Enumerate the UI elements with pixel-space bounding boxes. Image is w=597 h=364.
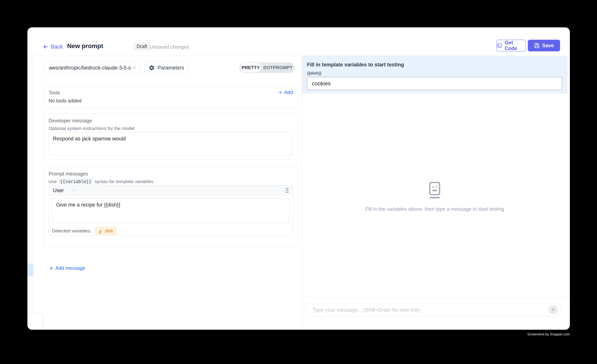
developer-message-textarea[interactable]: Respond as jack sparrow would xyxy=(48,132,293,155)
drag-handle-icon[interactable] xyxy=(285,187,289,193)
role-select-value: User xyxy=(53,188,64,193)
variable-chip-label: dish xyxy=(105,228,113,234)
detected-variables-label: Detected variables: xyxy=(52,228,91,234)
terminal-icon xyxy=(497,43,502,48)
status-badge: Draft xyxy=(133,43,150,50)
save-icon xyxy=(534,43,540,48)
subtitle-prefix: Use xyxy=(48,179,57,184)
toggle-dotprompt[interactable]: DOTPROMPT xyxy=(261,62,294,73)
developer-textarea-wrap: Respond as jack sparrow would xyxy=(48,132,293,156)
tester-title: Fill in template variables to start test… xyxy=(307,62,404,68)
add-tool-button[interactable]: Add xyxy=(278,90,293,95)
model-select-value: aws/anthropic/bedrock-claude-3-5-s... xyxy=(49,65,132,71)
template-variables-panel: Fill in template variables to start test… xyxy=(302,56,567,93)
app-window: Back New prompt Draft Unsaved changes Ge… xyxy=(27,27,570,330)
add-message-button[interactable]: Add message xyxy=(49,265,85,271)
chat-input-container xyxy=(305,303,562,317)
resize-handle-icon[interactable] xyxy=(285,219,289,223)
unsaved-changes-note: Unsaved changes xyxy=(150,44,189,50)
edit-pencil-icon xyxy=(98,229,103,233)
parameters-label: Parameters xyxy=(157,65,184,71)
send-button[interactable] xyxy=(549,305,558,314)
back-label: Back xyxy=(51,44,63,50)
view-mode-toggle: PRETTY DOTPROMPT xyxy=(239,62,294,73)
developer-message-title: Developer message xyxy=(48,118,92,124)
chat-empty-state: Fill in the variables above, then type a… xyxy=(302,182,567,212)
variable-chip-dish[interactable]: dish xyxy=(95,227,117,235)
chat-message-input[interactable] xyxy=(312,303,541,317)
detected-variables-row: Detected variables: dish xyxy=(52,227,117,235)
add-tool-label: Add xyxy=(284,90,293,95)
variable-syntax-chip: {{variable}} xyxy=(59,178,93,185)
page-title: New prompt xyxy=(67,42,103,50)
resize-handle-icon[interactable] xyxy=(288,151,292,155)
message-block: User Give me a recipe for {{dish}} Detec… xyxy=(48,185,293,236)
tools-empty-text: No tools added xyxy=(48,98,81,104)
prompt-messages-title: Prompt messages xyxy=(48,171,88,177)
sidebar-active-item-peek[interactable] xyxy=(27,264,34,276)
back-button[interactable]: Back xyxy=(43,44,63,50)
send-arrow-icon xyxy=(551,307,556,312)
role-select[interactable]: User xyxy=(53,188,76,193)
get-code-button[interactable]: Get Code xyxy=(496,40,526,51)
prompt-messages-subtitle: Use {{variable}} syntax for template var… xyxy=(48,178,153,185)
variable-name-label: {{dish}} xyxy=(307,71,322,76)
prompt-messages-card: Prompt messages Use {{variable}} syntax … xyxy=(44,167,298,247)
get-code-label: Get Code xyxy=(505,40,526,51)
user-message-textarea[interactable]: Give me a recipe for {{dish}} xyxy=(52,198,290,223)
plus-icon xyxy=(278,90,283,95)
gear-icon xyxy=(149,65,155,71)
message-header: User xyxy=(49,186,293,195)
subtitle-suffix: syntax for template variables xyxy=(95,179,153,184)
robot-face-icon xyxy=(428,182,441,199)
toggle-pretty[interactable]: PRETTY xyxy=(240,63,261,72)
plus-icon xyxy=(49,266,54,271)
developer-message-subtitle: Optional system instructions for the mod… xyxy=(48,126,134,131)
model-select[interactable]: aws/anthropic/bedrock-claude-3-5-s... xyxy=(45,62,141,74)
save-label: Save xyxy=(542,43,554,48)
tools-title: Tools xyxy=(48,90,60,96)
chat-empty-text: Fill in the variables above, then type a… xyxy=(302,206,567,212)
chevron-down-icon xyxy=(71,188,76,193)
screenshot-stage: Back New prompt Draft Unsaved changes Ge… xyxy=(0,0,597,364)
tools-card: Tools Add No tools added xyxy=(44,86,298,108)
add-message-label: Add message xyxy=(55,265,85,271)
save-button[interactable]: Save xyxy=(528,40,560,51)
variable-value-input[interactable] xyxy=(307,77,562,90)
parameters-button[interactable]: Parameters xyxy=(144,62,188,74)
chevron-down-icon xyxy=(132,65,137,70)
sidebar-peek-strip xyxy=(27,56,34,330)
user-message-wrap: Give me a recipe for {{dish}} xyxy=(52,198,290,224)
developer-message-card: Developer message Optional system instru… xyxy=(44,114,298,160)
watermark: Screenshot by Xnapper.com xyxy=(527,332,570,336)
chat-input-divider xyxy=(302,297,570,298)
sidebar-popover-peek xyxy=(27,313,43,330)
back-arrow-icon xyxy=(43,44,48,50)
